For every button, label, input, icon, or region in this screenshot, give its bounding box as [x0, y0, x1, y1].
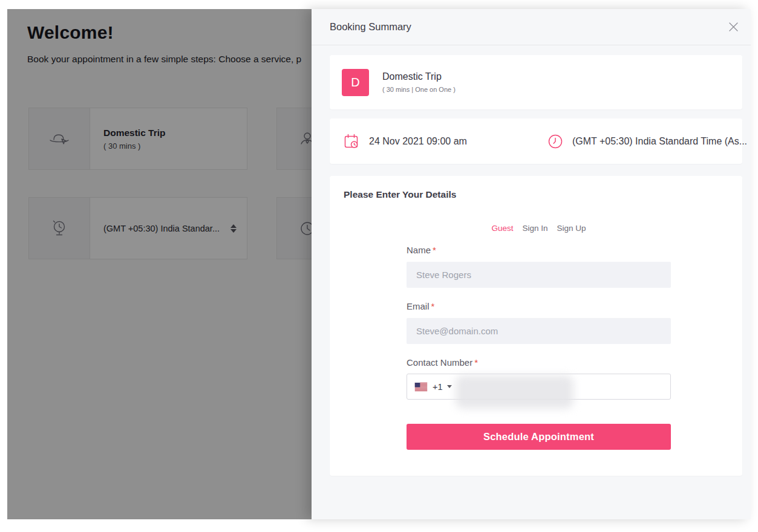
explorer-hat-icon	[29, 108, 90, 169]
required-asterisk: *	[433, 245, 436, 255]
updown-arrows-icon	[230, 224, 237, 233]
schedule-appointment-button[interactable]: Schedule Appointment	[407, 424, 671, 450]
service-duration: ( 30 mins )	[103, 141, 247, 151]
phone-input[interactable]: +1	[407, 374, 671, 400]
auth-tabs: Guest Sign In Sign Up	[407, 223, 671, 233]
contact-number-label: Contact Number*	[407, 357, 671, 368]
chevron-down-icon[interactable]	[447, 385, 452, 388]
tab-guest[interactable]: Guest	[491, 224, 513, 233]
globe-clock-icon	[29, 198, 90, 259]
service-card-domestic-trip[interactable]: Domestic Trip ( 30 mins )	[28, 108, 247, 170]
service-initial-badge: D	[342, 69, 369, 96]
details-heading: Please Enter Your Details	[330, 189, 742, 200]
calendar-clock-icon	[344, 133, 360, 150]
name-label: Name*	[407, 245, 671, 256]
redacted-phone-number	[456, 375, 573, 409]
email-label: Email*	[407, 301, 671, 312]
timezone-selector[interactable]: (GMT +05:30) India Standar...	[28, 197, 247, 259]
service-name: Domestic Trip	[382, 71, 456, 82]
dial-code: +1	[433, 382, 443, 392]
panel-title: Booking Summary	[330, 21, 411, 33]
timezone-value: (GMT +05:30) India Standar...	[103, 224, 220, 233]
panel-header: Booking Summary	[312, 9, 751, 45]
tab-sign-in[interactable]: Sign In	[522, 224, 547, 233]
close-button[interactable]	[724, 18, 742, 36]
name-input[interactable]	[407, 262, 671, 288]
service-meta: ( 30 mins | One on One )	[382, 86, 456, 93]
required-asterisk: *	[431, 301, 435, 311]
booking-form: Guest Sign In Sign Up Name* Email* Conta…	[407, 223, 671, 450]
clock-icon	[547, 134, 563, 149]
service-name: Domestic Trip	[103, 128, 247, 138]
datetime-summary-card: 24 Nov 2021 09:00 am (GMT +05:30) India …	[330, 118, 742, 164]
selected-timezone: (GMT +05:30) India Standard Time (As...	[572, 136, 747, 147]
service-summary-card: D Domestic Trip ( 30 mins | One on One )	[330, 55, 742, 109]
welcome-subtitle: Book your appointment in a few simple st…	[27, 54, 301, 65]
tab-sign-up[interactable]: Sign Up	[557, 224, 586, 233]
booking-summary-panel: Booking Summary D Domestic Trip ( 30 min…	[312, 9, 751, 519]
page-title: Welcome!	[27, 22, 114, 43]
details-card: Please Enter Your Details Guest Sign In …	[330, 176, 742, 476]
selected-datetime: 24 Nov 2021 09:00 am	[369, 136, 467, 147]
email-input[interactable]	[407, 318, 671, 344]
close-icon	[728, 22, 739, 32]
required-asterisk: *	[474, 357, 478, 368]
us-flag-icon	[414, 383, 428, 391]
